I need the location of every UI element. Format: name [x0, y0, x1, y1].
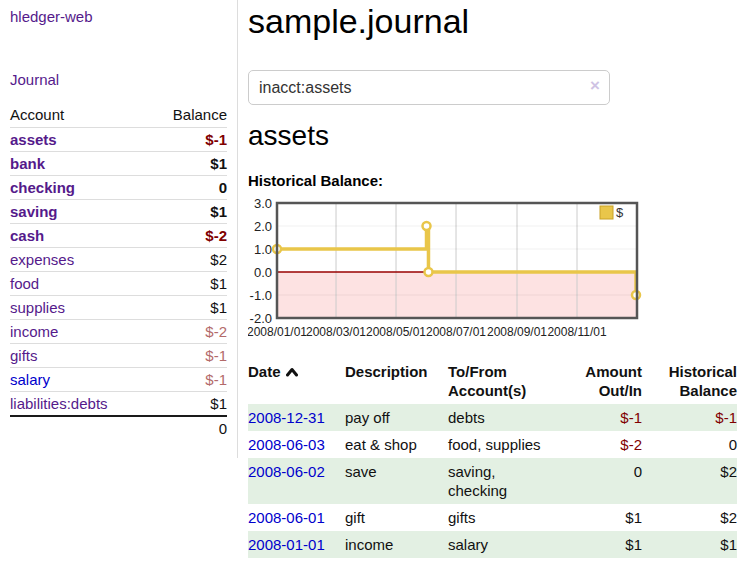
- transaction-row: 2008-06-02 save saving, checking 0 $2: [248, 458, 737, 504]
- account-row: liabilities:debts $1: [10, 392, 227, 417]
- transaction-date-link[interactable]: 2008-06-02: [248, 463, 325, 480]
- transaction-description: eat & shop: [345, 431, 448, 458]
- svg-text:$: $: [616, 205, 624, 220]
- accounts-total-value: 0: [149, 416, 227, 440]
- register-header-row: Date Description To/From Account(s) Amou…: [248, 358, 737, 404]
- transaction-balance: $2: [647, 458, 737, 504]
- svg-text:2008/07/01: 2008/07/01: [426, 325, 486, 339]
- transaction-balance: $-1: [647, 404, 737, 431]
- accounts-table: Account Balance assets $-1 bank $1 check…: [10, 102, 227, 440]
- svg-text:3.0: 3.0: [254, 196, 272, 211]
- historical-balance-chart: $3.02.01.00.0-1.0-2.02008/01/012008/03/0…: [248, 196, 718, 346]
- account-balance: $-1: [149, 128, 227, 152]
- clear-search-icon[interactable]: ×: [590, 76, 600, 96]
- accounts-header-balance: Balance: [149, 102, 227, 128]
- page-title: sample.journal: [248, 2, 469, 41]
- account-page-title: assets: [248, 120, 329, 152]
- transaction-accounts: salary: [448, 531, 580, 558]
- transaction-amount: $-2: [580, 431, 647, 458]
- account-balance: $1: [149, 392, 227, 417]
- account-link-assets[interactable]: assets: [10, 131, 57, 148]
- account-balance: $1: [149, 200, 227, 224]
- transaction-date-link[interactable]: 2008-01-01: [248, 536, 325, 553]
- register-header-balance: Historical Balance: [647, 358, 737, 404]
- accounts-header-account: Account: [10, 102, 149, 128]
- accounts-header-row: Account Balance: [10, 102, 227, 128]
- transaction-accounts: saving, checking: [448, 458, 580, 504]
- account-row: saving $1: [10, 200, 227, 224]
- account-link-checking[interactable]: checking: [10, 179, 75, 196]
- svg-text:2008/05/01: 2008/05/01: [366, 325, 426, 339]
- transaction-amount: $1: [580, 504, 647, 531]
- transaction-date-link[interactable]: 2008-12-31: [248, 409, 325, 426]
- account-link-supplies[interactable]: supplies: [10, 299, 65, 316]
- svg-text:2.0: 2.0: [254, 219, 272, 234]
- transaction-description: income: [345, 531, 448, 558]
- account-row: bank $1: [10, 152, 227, 176]
- sidebar-item-journal[interactable]: Journal: [10, 71, 59, 88]
- svg-text:-2.0: -2.0: [250, 311, 272, 326]
- account-link-expenses[interactable]: expenses: [10, 251, 74, 268]
- sort-ascending-icon: [286, 362, 298, 381]
- account-link-cash[interactable]: cash: [10, 227, 44, 244]
- register-header-description: Description: [345, 358, 448, 404]
- transaction-amount: 0: [580, 458, 647, 504]
- account-balance: $-1: [149, 368, 227, 392]
- svg-text:1.0: 1.0: [254, 242, 272, 257]
- transaction-description: pay off: [345, 404, 448, 431]
- svg-text:-1.0: -1.0: [250, 288, 272, 303]
- account-row: income $-2: [10, 320, 227, 344]
- transaction-balance: $1: [647, 531, 737, 558]
- account-balance: $-2: [149, 320, 227, 344]
- register-header-amount: Amount Out/In: [580, 358, 647, 404]
- account-row: cash $-2: [10, 224, 227, 248]
- account-link-income[interactable]: income: [10, 323, 58, 340]
- register-table: Date Description To/From Account(s) Amou…: [248, 358, 737, 558]
- account-link-food[interactable]: food: [10, 275, 39, 292]
- transaction-accounts: food, supplies: [448, 431, 580, 458]
- svg-text:2008/03/01: 2008/03/01: [306, 325, 366, 339]
- search-input-wrap: ×: [248, 70, 610, 105]
- account-row: gifts $-1: [10, 344, 227, 368]
- brand-link[interactable]: hledger-web: [10, 8, 93, 25]
- account-link-bank[interactable]: bank: [10, 155, 45, 172]
- search-input[interactable]: [248, 70, 610, 105]
- transaction-description: gift: [345, 504, 448, 531]
- account-balance: $1: [149, 296, 227, 320]
- transaction-balance: $2: [647, 504, 737, 531]
- account-balance: $-2: [149, 224, 227, 248]
- transaction-row: 2008-12-31 pay off debts $-1 $-1: [248, 404, 737, 431]
- account-link-gifts[interactable]: gifts: [10, 347, 38, 364]
- account-row: salary $-1: [10, 368, 227, 392]
- transaction-date-link[interactable]: 2008-06-01: [248, 509, 325, 526]
- account-link-saving[interactable]: saving: [10, 203, 58, 220]
- accounts-total-row: 0: [10, 416, 227, 440]
- account-balance: 0: [149, 176, 227, 200]
- account-row: food $1: [10, 272, 227, 296]
- svg-text:2008/01/01: 2008/01/01: [248, 325, 307, 339]
- transaction-accounts: debts: [448, 404, 580, 431]
- search-form: × Search ?: [248, 70, 742, 105]
- svg-text:2008/11/01: 2008/11/01: [547, 325, 606, 339]
- account-row: assets $-1: [10, 128, 227, 152]
- sidebar: hledger-web Journal Account Balance asse…: [0, 0, 238, 458]
- transaction-amount: $-1: [580, 404, 647, 431]
- transaction-row: 2008-06-01 gift gifts $1 $2: [248, 504, 737, 531]
- register-header-account: To/From Account(s): [448, 358, 580, 404]
- transaction-description: save: [345, 458, 448, 504]
- svg-text:0.0: 0.0: [254, 265, 272, 280]
- transaction-date-link[interactable]: 2008-06-03: [248, 436, 325, 453]
- account-balance: $1: [149, 272, 227, 296]
- account-row: supplies $1: [10, 296, 227, 320]
- account-link-salary[interactable]: salary: [10, 371, 50, 388]
- register-header-date[interactable]: Date: [248, 358, 345, 404]
- chart-title-label: Historical Balance:: [248, 172, 383, 189]
- account-link-liabilities-debts[interactable]: liabilities:debts: [10, 395, 108, 412]
- transaction-balance: 0: [647, 431, 737, 458]
- transaction-amount: $1: [580, 531, 647, 558]
- transaction-row: 2008-06-03 eat & shop food, supplies $-2…: [248, 431, 737, 458]
- account-balance: $2: [149, 248, 227, 272]
- account-balance: $-1: [149, 344, 227, 368]
- account-balance: $1: [149, 152, 227, 176]
- transaction-row: 2008-01-01 income salary $1 $1: [248, 531, 737, 558]
